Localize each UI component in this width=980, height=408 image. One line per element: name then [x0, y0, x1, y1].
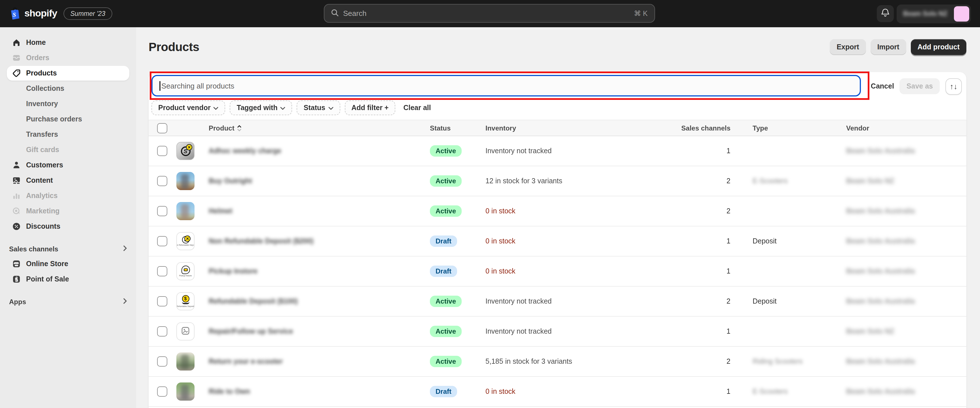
cancel-button[interactable]: Cancel [871, 82, 894, 90]
import-button[interactable]: Import [870, 39, 906, 55]
product-name[interactable]: Repair/Follow up Service [209, 327, 293, 335]
sidebar-item-inventory[interactable]: Inventory [7, 96, 129, 111]
table-row[interactable]: Ride to Own Draft 0 in stock 1 E-Scooter… [149, 377, 966, 407]
chevron-right-icon [123, 298, 127, 306]
row-checkbox[interactable] [157, 296, 167, 306]
content-icon [11, 176, 21, 185]
row-checkbox[interactable] [157, 386, 167, 397]
table-row[interactable]: S✕ Adhoc weekly charge Active Inventory … [149, 136, 966, 166]
type-text: Riding Scooters [752, 357, 803, 365]
sidebar-section-sales-channels[interactable]: Sales channels [9, 245, 127, 253]
add-product-button[interactable]: Add product [910, 39, 966, 55]
product-name[interactable]: Adhoc weekly charge [209, 147, 281, 155]
top-bar: S shopify Summer '23 Search ⌘ K Beam Sol… [0, 0, 980, 27]
table-row[interactable]: Helmet Active 0 in stock 2 Beam Solo Aus… [149, 196, 966, 226]
table-row[interactable]: Repair/Follow up Service Active Inventor… [149, 317, 966, 347]
select-all-checkbox[interactable] [157, 123, 167, 133]
table-row[interactable]: Return your e-scooter Active 5,185 in st… [149, 347, 966, 377]
home-icon [11, 38, 21, 47]
row-checkbox[interactable] [157, 326, 167, 336]
gold-coin-icon: $ [182, 295, 189, 303]
shopify-logo[interactable]: S shopify [9, 0, 57, 27]
sidebar-item-online-store[interactable]: Online Store [7, 257, 129, 271]
chevron-down-icon [328, 104, 333, 112]
marketing-icon [11, 207, 21, 216]
sidebar-item-home[interactable]: Home [7, 35, 129, 50]
column-header-status[interactable]: Status [430, 124, 485, 132]
analytics-icon [11, 191, 21, 200]
product-name[interactable]: Refundable Deposit ($100) [209, 297, 298, 305]
column-header-product[interactable]: Product [209, 124, 430, 132]
row-checkbox[interactable] [157, 266, 167, 276]
sidebar-item-discounts[interactable]: Discounts [7, 219, 129, 234]
products-card: Searching all products Cancel Save as ↑↓… [149, 72, 966, 408]
product-name[interactable]: Helmet [209, 207, 232, 215]
column-header-type[interactable]: Type [730, 124, 846, 132]
row-checkbox[interactable] [157, 206, 167, 216]
sidebar-item-products[interactable]: Products [7, 66, 129, 81]
customers-icon [11, 161, 21, 170]
row-checkbox[interactable] [157, 356, 167, 367]
row-checkbox[interactable] [157, 236, 167, 246]
column-header-vendor[interactable]: Vendor [846, 124, 966, 132]
product-name[interactable]: Ride to Own [209, 387, 250, 395]
sidebar-item-transfers[interactable]: Transfers [7, 127, 129, 142]
type-text: Deposit [752, 297, 777, 305]
table-row[interactable]: Buy Outright Active 12 in stock for 3 va… [149, 166, 966, 196]
filter-chip-tagged-with[interactable]: Tagged with [230, 100, 292, 115]
product-name[interactable]: Pickup Instore [209, 267, 258, 275]
product-name[interactable]: Non Refundable Deposit ($200) [209, 237, 313, 245]
search-shortcut-hint: ⌘ K [634, 9, 648, 18]
sidebar-item-point-of-sale[interactable]: sPoint of Sale [7, 272, 129, 287]
table-row[interactable]: Pickup Instore Pickup Instore Draft 0 in… [149, 257, 966, 287]
export-button[interactable]: Export [830, 39, 866, 55]
global-search-input[interactable]: Search ⌘ K [324, 4, 655, 23]
row-checkbox[interactable] [157, 176, 167, 186]
sales-channels-count: 1 [727, 387, 730, 395]
vendor-text: Beam Solo Australia [846, 297, 915, 305]
notifications-button[interactable] [877, 5, 894, 22]
main-content: Products Export Import Add product Searc… [136, 27, 980, 408]
shopify-bag-icon: S [9, 7, 21, 20]
products-search-input[interactable]: Searching all products [151, 75, 861, 96]
row-checkbox[interactable] [157, 146, 167, 156]
cancel-x-badge: ✕ [186, 144, 192, 150]
sidebar-item-marketing: Marketing [7, 204, 129, 218]
sidebar-item-collections[interactable]: Collections [7, 81, 129, 96]
sidebar-section-apps[interactable]: Apps [9, 298, 127, 306]
product-name[interactable]: Return your e-scooter [209, 357, 283, 365]
chevron-right-icon [123, 245, 127, 253]
product-thumbnail: S✕ [177, 142, 194, 160]
inventory-text: Inventory not tracked [485, 297, 552, 305]
vendor-text: Beam Solo Australia [846, 267, 915, 275]
account-menu[interactable]: Beam Solo NZ [897, 4, 971, 23]
sidebar-item-content[interactable]: Content [7, 173, 129, 188]
filter-chip-status[interactable]: Status [297, 100, 340, 115]
vendor-text: Beam Solo Australia [846, 387, 915, 395]
sidebar-item-purchase-orders[interactable]: Purchase orders [7, 112, 129, 126]
table-body: S✕ Adhoc weekly charge Active Inventory … [149, 136, 966, 407]
sort-arrows-icon: ↑↓ [950, 82, 958, 91]
table-row[interactable]: $Refundable Deposit Refundable Deposit (… [149, 287, 966, 317]
product-name[interactable]: Buy Outright [209, 177, 252, 185]
status-badge: Active [430, 145, 461, 157]
sort-button[interactable]: ↑↓ [945, 78, 962, 94]
sales-channels-count: 2 [727, 177, 730, 185]
status-badge: Active [430, 296, 461, 307]
sidebar-nav: HomeOrdersProductsCollectionsInventoryPu… [0, 27, 136, 408]
clear-all-button[interactable]: Clear all [403, 104, 431, 112]
type-text: E-Scooters [752, 387, 788, 395]
filter-bar: Product vendorTagged withStatusAdd filte… [149, 100, 966, 120]
filter-chip-product-vendor[interactable]: Product vendor [151, 100, 226, 115]
table-header: Product Status Inventory Sales channels … [149, 120, 966, 136]
filter-chip-add-filter-[interactable]: Add filter + [345, 100, 395, 115]
avatar [954, 6, 969, 21]
product-thumbnail: $Refundable Deposit [177, 292, 194, 311]
sales-channels-count: 2 [727, 297, 730, 305]
table-row[interactable]: $✕Non Refundable Deposit Non Refundable … [149, 226, 966, 257]
sidebar-item-customers[interactable]: Customers [7, 158, 129, 172]
column-header-inventory[interactable]: Inventory [485, 124, 655, 132]
save-as-button[interactable]: Save as [900, 78, 940, 94]
product-thumbnail: $✕Non Refundable Deposit [177, 232, 194, 250]
column-header-sales-channels[interactable]: Sales channels [655, 124, 730, 132]
